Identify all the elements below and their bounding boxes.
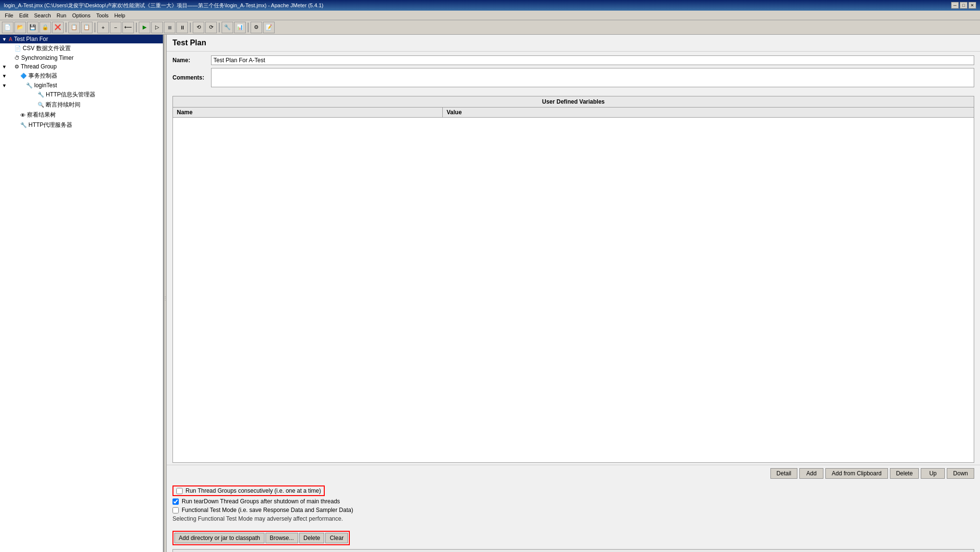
menu-bar: File Edit Search Run Options Tools Help [0, 11, 980, 20]
toolbar-add[interactable]: + [97, 22, 109, 33]
tree-label-http-header: HTTP信息头管理器 [46, 91, 95, 99]
add-directory-button[interactable]: Add directory or jar to classpath [174, 533, 265, 543]
tree-item-http-header[interactable]: 🔧 HTTP信息头管理器 [0, 90, 163, 100]
toolbar-back[interactable]: ⟵ [122, 22, 134, 33]
warning-text: Selecting Functional Test Mode may adver… [172, 515, 974, 522]
menu-options[interactable]: Options [69, 12, 93, 19]
sync-icon: ⏱ [14, 55, 20, 61]
run-consecutive-label[interactable]: Run Thread Groups consecutively (i.e. on… [172, 485, 325, 496]
functional-checkbox[interactable] [172, 507, 179, 513]
toolbar-remote-all[interactable]: 📊 [234, 22, 246, 33]
expand-icon-login: ▼ [2, 83, 8, 88]
tree-label-csv: CSV 数据文件设置 [23, 44, 71, 53]
add-from-clipboard-button[interactable]: Add from Clipboard [825, 468, 887, 479]
teardown-label: Run tearDown Thread Groups after shutdow… [182, 498, 340, 505]
tree-label-http-proxy: HTTP代理服务器 [28, 121, 72, 129]
options-section: Run Thread Groups consecutively (i.e. on… [167, 482, 980, 529]
toolbar-separator-5 [219, 23, 220, 32]
test-plan-icon: A [9, 36, 13, 42]
login-icon: 🔧 [26, 82, 33, 89]
comments-label: Comments: [172, 74, 211, 81]
window-controls: ─ □ ✕ [951, 2, 976, 9]
variables-section: User Defined Variables Name Value [172, 96, 974, 463]
tree-item-csv[interactable]: 📄 CSV 数据文件设置 [0, 43, 163, 54]
tree-item-test-plan[interactable]: ▼ A Test Plan For [0, 35, 163, 43]
tree-item-think-time[interactable]: 🔍 断言持续时间 [0, 100, 163, 110]
tree-item-result-tree[interactable]: 👁 察看结果树 [0, 110, 163, 120]
toolbar-clear-all[interactable]: ⟲ [193, 22, 204, 33]
comments-input[interactable] [211, 68, 974, 87]
toolbar-remote[interactable]: 🔧 [222, 22, 233, 33]
http-header-icon: 🔧 [38, 92, 44, 98]
toolbar-new[interactable]: 📄 [2, 22, 13, 33]
menu-search[interactable]: Search [31, 12, 54, 19]
browse-button[interactable]: Browse... [265, 533, 298, 543]
up-button[interactable]: Up [921, 468, 945, 479]
delete-button[interactable]: Delete [890, 468, 919, 479]
library-section: Library [167, 547, 980, 552]
title-bar: login_A-Test.jmx (C:\Users\龙俊宇\Desktop\卢… [0, 0, 980, 11]
menu-run[interactable]: Run [54, 12, 69, 19]
variables-header: User Defined Variables [173, 96, 974, 108]
teardown-checkbox[interactable] [172, 498, 179, 505]
close-button[interactable]: ✕ [968, 2, 976, 9]
http-proxy-icon: 🔧 [20, 122, 27, 128]
toolbar-copy[interactable]: 📋 [81, 22, 93, 33]
col-value-header: Value [443, 108, 974, 117]
think-time-icon: 🔍 [38, 102, 44, 108]
toolbar-separator-4 [190, 23, 191, 32]
menu-tools[interactable]: Tools [93, 12, 112, 19]
tree-label-transaction: 事务控制器 [28, 72, 57, 80]
toolbar-stop[interactable]: ⏹ [164, 22, 175, 33]
tree-item-login-test[interactable]: ▼ 🔧 loginTest [0, 81, 163, 90]
toolbar-save[interactable]: 💾 [27, 22, 39, 33]
tree-item-thread-group[interactable]: ▼ ⚙ Thread Group [0, 62, 163, 71]
right-panel: Test Plan Name: Comments: User Defined V… [167, 35, 980, 552]
tree-item-http-proxy[interactable]: 🔧 HTTP代理服务器 [0, 120, 163, 130]
toolbar-start[interactable]: ▶ [139, 22, 150, 33]
toolbar-shutdown[interactable]: ⏸ [176, 22, 188, 33]
toolbar-revert[interactable]: ❌ [52, 22, 64, 33]
variables-table: Name Value [173, 108, 974, 462]
classpath-section: Add directory or jar to classpath Browse… [167, 529, 980, 547]
menu-file[interactable]: File [2, 12, 16, 19]
bottom-buttons: Detail Add Add from Clipboard Delete Up … [167, 465, 980, 482]
add-button[interactable]: Add [799, 468, 823, 479]
result-tree-icon: 👁 [20, 112, 26, 118]
form-area: Name: Comments: [167, 52, 980, 94]
detail-button[interactable]: Detail [770, 468, 798, 479]
minimize-button[interactable]: ─ [951, 2, 959, 9]
classpath-delete-button[interactable]: Delete [299, 533, 325, 543]
tree-label-thread: Thread Group [21, 63, 57, 70]
tree-item-sync-timer[interactable]: ⏱ Synchronizing Timer [0, 54, 163, 62]
tree-label-sync: Synchronizing Timer [21, 54, 74, 61]
toolbar-start-no-timers[interactable]: ▷ [151, 22, 163, 33]
name-row: Name: [172, 55, 974, 65]
transaction-icon: 🔷 [20, 73, 27, 79]
run-consecutive-wrapper: Run Thread Groups consecutively (i.e. on… [172, 485, 974, 496]
maximize-button[interactable]: □ [960, 2, 967, 9]
classpath-buttons-container: Add directory or jar to classpath Browse… [172, 531, 350, 545]
toolbar-options[interactable]: ⚙ [251, 22, 262, 33]
clear-button[interactable]: Clear [325, 533, 348, 543]
toolbar-open[interactable]: 📂 [14, 22, 26, 33]
col-name-header: Name [173, 108, 443, 117]
toolbar-separator-3 [136, 23, 137, 32]
run-consecutive-checkbox[interactable] [176, 488, 183, 494]
tree-label-think-time: 断言持续时间 [46, 101, 80, 109]
toolbar-templates[interactable]: 📋 [68, 22, 80, 33]
menu-help[interactable]: Help [111, 12, 128, 19]
tree-item-transaction[interactable]: ▼ 🔷 事务控制器 [0, 71, 163, 81]
toolbar-clear[interactable]: ⟳ [205, 22, 217, 33]
csv-icon: 📄 [14, 45, 21, 52]
down-button[interactable]: Down [947, 468, 974, 479]
name-input[interactable] [211, 55, 974, 65]
toolbar-save-as[interactable]: 🔒 [40, 22, 51, 33]
expand-icon-trans: ▼ [2, 73, 8, 79]
toolbar-remove[interactable]: − [110, 22, 121, 33]
toolbar-log[interactable]: 📝 [263, 22, 275, 33]
library-header: Library [172, 549, 974, 552]
menu-edit[interactable]: Edit [16, 12, 31, 19]
tree-label-login: loginTest [34, 82, 57, 89]
expand-icon-thread: ▼ [2, 64, 8, 69]
